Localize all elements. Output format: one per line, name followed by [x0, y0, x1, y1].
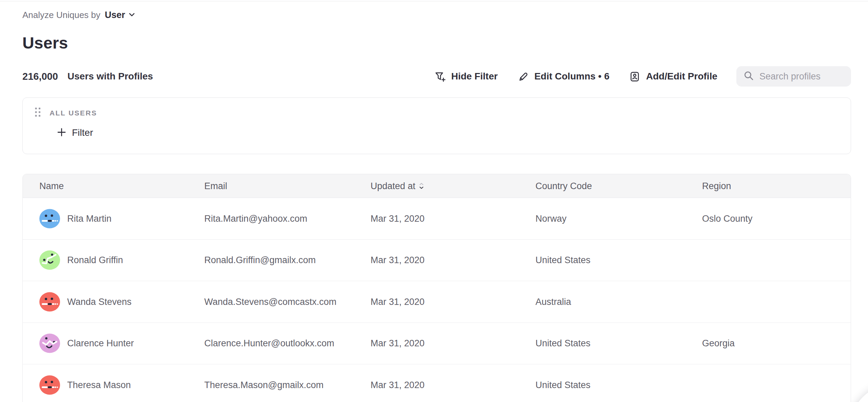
table-header: Name Email Updated at Country Code Regio…	[23, 174, 851, 198]
stats-toolbar-row: 216,000 Users with Profiles Hide Filter …	[22, 66, 851, 87]
analyze-by-value: User	[105, 10, 125, 20]
cell-name: Rita Martin	[67, 213, 112, 224]
add-edit-profile-label: Add/Edit Profile	[646, 71, 717, 82]
top-divider	[0, 1, 868, 1]
avatar	[39, 376, 60, 395]
add-filter-button[interactable]: Filter	[57, 127, 93, 138]
cell-country-code: United States	[535, 255, 590, 266]
edit-columns-button[interactable]: Edit Columns • 6	[517, 70, 609, 83]
column-header-updated-at-label: Updated at	[371, 181, 415, 191]
users-table: Name Email Updated at Country Code Regio…	[22, 174, 851, 402]
edit-columns-label: Edit Columns • 6	[534, 71, 609, 82]
profile-card-icon	[628, 70, 641, 83]
hide-filter-button[interactable]: Hide Filter	[434, 70, 498, 83]
cell-email: Ronald.Griffin@gmailx.com	[204, 255, 316, 266]
column-header-name[interactable]: Name	[39, 181, 64, 191]
profile-count: 216,000 Users with Profiles	[22, 71, 153, 82]
cell-name: Ronald Griffin	[67, 255, 123, 266]
filter-group-row: ALL USERS	[35, 107, 97, 119]
cell-country-code: Australia	[535, 296, 571, 307]
cell-country-code: United States	[535, 380, 590, 390]
analyze-uniques-row: Analyze Uniques by User	[22, 8, 135, 22]
cell-email: Rita.Martin@yahoox.com	[204, 213, 307, 224]
cell-updated-at: Mar 31, 2020	[371, 296, 424, 307]
filter-group-label: ALL USERS	[50, 109, 97, 117]
cell-country-code: Norway	[535, 213, 567, 224]
help-button[interactable]	[849, 383, 868, 402]
cell-region: Oslo County	[702, 213, 753, 224]
column-header-region[interactable]: Region	[702, 181, 731, 191]
table-row[interactable]: Ronald Griffin Ronald.Griffin@gmailx.com…	[23, 240, 851, 281]
column-header-country-code[interactable]: Country Code	[535, 181, 592, 191]
cell-name: Wanda Stevens	[67, 296, 132, 307]
cell-email: Theresa.Mason@gmailx.com	[204, 380, 324, 390]
table-row[interactable]: Theresa Mason Theresa.Mason@gmailx.com M…	[23, 364, 851, 402]
avatar	[39, 334, 60, 353]
filter-panel: ALL USERS Filter	[22, 97, 851, 154]
cell-country-code: United States	[535, 338, 590, 349]
profile-count-label: Users with Profiles	[68, 71, 153, 82]
search-profiles	[736, 66, 851, 87]
cell-region: Georgia	[702, 338, 735, 349]
add-edit-profile-button[interactable]: Add/Edit Profile	[628, 70, 717, 83]
search-icon	[743, 70, 754, 83]
analyze-uniques-label: Analyze Uniques by	[22, 10, 100, 20]
cell-email: Clarence.Hunter@outlookx.com	[204, 338, 334, 349]
cell-updated-at: Mar 31, 2020	[371, 380, 424, 390]
avatar	[39, 251, 60, 270]
cell-updated-at: Mar 31, 2020	[371, 255, 424, 266]
cell-name: Theresa Mason	[67, 380, 131, 390]
table-row[interactable]: Wanda Stevens Wanda.Stevens@comcastx.com…	[23, 281, 851, 323]
pencil-icon	[517, 70, 529, 83]
column-header-email[interactable]: Email	[204, 181, 227, 191]
sort-desc-icon	[419, 183, 423, 189]
drag-handle-icon[interactable]	[35, 107, 42, 119]
hide-filter-label: Hide Filter	[451, 71, 498, 82]
toolbar-actions: Hide Filter Edit Columns • 6 Add/Edit Pr…	[434, 66, 851, 87]
table-row[interactable]: Clarence Hunter Clarence.Hunter@outlookx…	[23, 323, 851, 365]
chevron-down-icon	[129, 12, 135, 18]
analyze-by-dropdown[interactable]: User	[105, 10, 135, 20]
add-filter-label: Filter	[72, 127, 93, 138]
cell-email: Wanda.Stevens@comcastx.com	[204, 296, 337, 307]
plus-icon	[57, 128, 66, 138]
filter-plus-icon	[434, 70, 446, 83]
cell-updated-at: Mar 31, 2020	[371, 338, 424, 349]
table-row[interactable]: Rita Martin Rita.Martin@yahoox.com Mar 3…	[23, 198, 851, 240]
avatar	[39, 292, 60, 311]
column-header-updated-at[interactable]: Updated at	[371, 181, 423, 191]
users-page: Analyze Uniques by User Users 216,000 Us…	[0, 0, 868, 402]
cell-updated-at: Mar 31, 2020	[371, 213, 424, 224]
cell-name: Clarence Hunter	[67, 338, 134, 349]
avatar	[39, 209, 60, 228]
page-title: Users	[22, 34, 68, 52]
profile-count-value: 216,000	[22, 71, 58, 82]
